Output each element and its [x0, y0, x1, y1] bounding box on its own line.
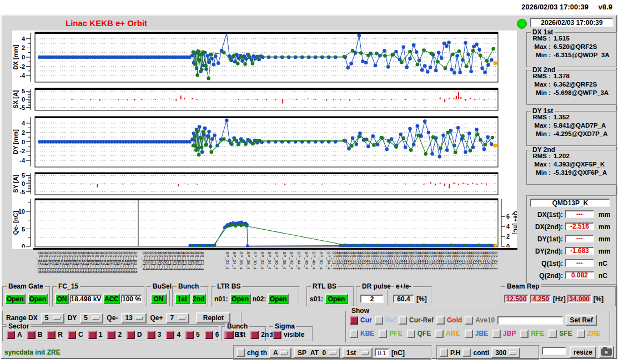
dr-pulse-group: DR pulse 2 [356, 286, 388, 307]
dr-pulse-title: DR pulse [360, 283, 392, 290]
range-dy-option[interactable]: 5 [80, 313, 103, 323]
fc15-title: FC_15 [57, 283, 80, 290]
fc15-kv-field: 18.498 kV [70, 295, 102, 303]
ref-name-entry[interactable] [497, 316, 563, 325]
stat-value: -4.295@QXD7P_A [553, 130, 608, 137]
svg-text:2: 2 [22, 129, 25, 136]
show-checkbox-zre[interactable]: ZRE [577, 330, 601, 338]
stat-group-dy-2nd: DY 2ndRMS :1.202Max :4.393@QXF5P_KMin :-… [526, 150, 617, 185]
stat-value: 6.520@QRF2S [553, 43, 597, 50]
sector-checkbox-5[interactable]: 5 [185, 331, 200, 339]
show-checkbox-ref[interactable]: Ref [375, 316, 396, 325]
svg-text:5: 5 [22, 226, 25, 232]
eratio-group: e+/e- 60.4 [%] [390, 286, 432, 307]
show-checkbox-are-indicator [435, 330, 444, 338]
resize-button[interactable]: resize [570, 346, 596, 358]
show-checkbox-sfe[interactable]: SFE [548, 330, 572, 338]
sector-checkbox-b[interactable]: B [27, 331, 43, 339]
stat-label: Max : [531, 81, 551, 88]
sector-checkbox-r[interactable]: R [47, 331, 63, 339]
camera-button[interactable] [598, 346, 614, 358]
sector-checkbox-4[interactable]: 4 [166, 331, 180, 339]
dr-pulse-field[interactable]: 2 [360, 295, 384, 303]
show-checkbox-pfe[interactable]: PFE [379, 330, 402, 338]
ltr-n01-label: n01: [214, 295, 228, 303]
option-indicator-icon [53, 316, 61, 320]
replot-button[interactable]: Replot [196, 312, 230, 323]
monitor-name-field[interactable]: QMD13P_K [530, 199, 610, 207]
sector-checkbox-6-label: 6 [215, 331, 219, 338]
rtl-s01-open-button[interactable]: Open [325, 294, 348, 304]
set-ref-button[interactable]: Set Ref [566, 315, 597, 326]
bpm-label: SP_52_4 [319, 251, 323, 282]
show-checkbox-ave10[interactable]: Ave10 [465, 316, 495, 325]
show-checkbox-are-label: ARE [446, 330, 460, 337]
sector-checkbox-a[interactable]: A [7, 331, 22, 339]
desktop-clock: 2026/02/03 17:00:39 v8.9 [521, 3, 612, 11]
svg-text:6: 6 [506, 213, 510, 220]
extra-entry[interactable] [542, 347, 566, 355]
bunch-1st-button[interactable]: 1st [175, 294, 190, 304]
bunch-2nd-button[interactable]: 2nd [192, 294, 207, 304]
option-indicator-icon [92, 316, 99, 320]
show-checkbox-sfe-label: SFE [559, 330, 572, 337]
sigma-checkbox-visible-indicator [273, 331, 281, 339]
svg-text:4: 4 [22, 120, 26, 127]
ltr-n01-open-button[interactable]: Open [230, 294, 251, 304]
sector-checkbox-1[interactable]: 1 [88, 331, 103, 339]
sigma-title: Sigma [273, 323, 296, 330]
chg-th-checkbox[interactable] [236, 348, 245, 357]
show-checkbox-are[interactable]: ARE [435, 330, 460, 338]
show-checkbox-cur[interactable]: Cur [350, 316, 372, 325]
svg-text:0: 0 [22, 139, 25, 145]
show-checkbox-cur-ref[interactable]: Cur-Ref [399, 316, 434, 325]
sector-checkbox-2[interactable]: 2 [107, 331, 122, 339]
points-option[interactable]: 300 [491, 347, 520, 358]
show-checkbox-kbe[interactable]: KBE [350, 330, 374, 338]
monitor-unit-label: mm [598, 211, 610, 219]
sector-checkbox-5-indicator [185, 331, 194, 339]
conti-label: conti [473, 349, 489, 357]
show-checkbox-pfe-label: PFE [389, 330, 402, 337]
show-checkbox-gold[interactable]: Gold [436, 316, 462, 325]
conti-checkbox[interactable] [462, 348, 471, 357]
show-checkbox-jbe[interactable]: JBE [465, 330, 488, 338]
bunch-select-option[interactable]: 1st [343, 347, 373, 358]
range-qep-option[interactable]: 7 [166, 313, 189, 323]
beam-gate-open-2-button[interactable]: Open [28, 294, 48, 304]
sp-select-option[interactable]: SP_AT_0 [294, 347, 340, 358]
threshold-entry[interactable]: 0.1 [375, 348, 389, 357]
sector-checkbox-c-label: C [78, 331, 83, 338]
beam-gate-open-1-button[interactable]: Open [5, 294, 26, 304]
sector-checkbox-c[interactable]: C [68, 331, 83, 339]
sector-checkbox-3[interactable]: 3 [147, 331, 162, 339]
fc15-on-button[interactable]: ON [55, 294, 69, 304]
bunch-select-value: 1st [346, 349, 356, 357]
show-checkbox-jbp-label: JBP [503, 330, 516, 337]
th-sector-option[interactable]: A [269, 347, 291, 358]
sector-checkbox-6[interactable]: 6 [205, 331, 219, 339]
show-checkbox-jbp[interactable]: JBP [492, 330, 516, 338]
bunch-checkbox-1st[interactable]: 1st [225, 331, 245, 339]
threshold-unit-label: [nC] [391, 349, 405, 357]
sector-checkbox-3-indicator [147, 331, 155, 339]
sy-plot: 50-5SY [A] [13, 172, 517, 195]
show-checkbox-qfe[interactable]: QFE [407, 330, 431, 338]
sector-checkbox-c-indicator [68, 331, 76, 339]
show-checkbox-kbe-label: KBE [360, 330, 374, 337]
ltr-n02-open-button[interactable]: Open [268, 294, 289, 304]
show-checkbox-rfe[interactable]: RFE [520, 330, 544, 338]
sigma-checkbox-visible[interactable]: visible [273, 331, 304, 339]
show-checkbox-ref-indicator [375, 316, 383, 325]
bpm-label: SP_36_4 [274, 251, 279, 282]
busel-on-button[interactable]: ON [150, 294, 167, 304]
sector-checkbox-d[interactable]: D [127, 331, 142, 339]
range-dx-option[interactable]: 5 [41, 313, 64, 323]
fc15-acc-button[interactable]: ACC [103, 294, 120, 304]
range-qem-option[interactable]: 13 [121, 313, 147, 323]
sector-checkbox-r-label: R [58, 331, 63, 338]
ltr-bs-title: LTR BS [215, 283, 242, 290]
bpm-label: SP_C2_4 [200, 251, 204, 282]
svg-text:-2: -2 [19, 63, 25, 70]
ph-checkbox[interactable] [440, 348, 448, 357]
